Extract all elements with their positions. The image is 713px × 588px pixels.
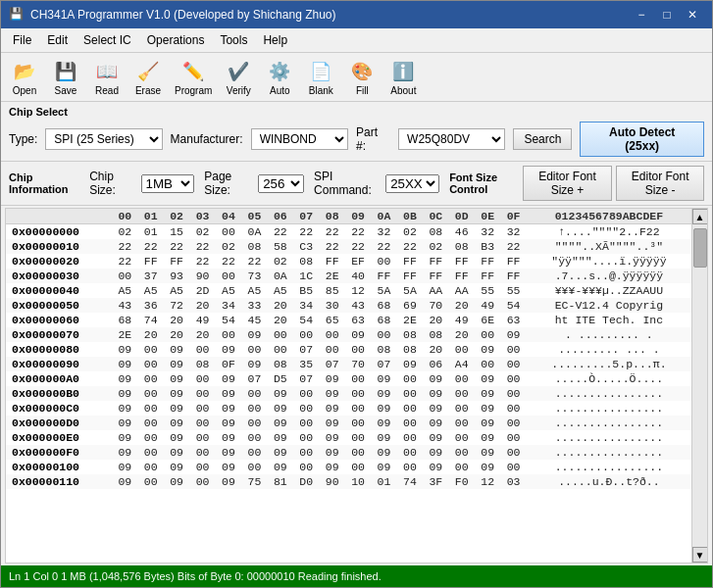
hex-byte[interactable]: C3 [293,239,319,254]
hex-byte[interactable]: 90 [319,474,344,489]
hex-byte[interactable]: 00 [293,327,319,342]
hex-byte[interactable]: 00 [345,416,371,430]
hex-byte[interactable]: 00 [293,416,319,430]
hex-byte[interactable]: 20 [423,313,448,327]
hex-byte[interactable]: 09 [216,445,241,460]
hex-byte[interactable]: 00 [397,371,423,386]
hex-byte[interactable]: 00 [500,386,526,401]
hex-byte[interactable]: 75 [241,474,267,489]
hex-byte[interactable]: 93 [164,269,189,283]
hex-byte[interactable]: 02 [112,224,137,240]
hex-byte[interactable]: 02 [268,254,293,269]
hex-byte[interactable]: 02 [189,224,215,240]
hex-byte[interactable]: 00 [371,254,396,269]
hex-byte[interactable]: 00 [112,269,137,283]
hex-byte[interactable]: 68 [371,313,396,327]
hex-byte[interactable]: 20 [189,327,215,342]
hex-byte[interactable]: 00 [345,371,371,386]
hex-byte[interactable]: FF [475,269,500,283]
hex-byte[interactable]: 54 [293,313,319,327]
hex-byte[interactable]: 01 [371,474,396,489]
hex-byte[interactable]: 20 [268,298,293,313]
hex-byte[interactable]: 22 [189,239,215,254]
menu-help[interactable]: Help [255,30,295,50]
hex-byte[interactable]: 00 [500,342,526,357]
hex-byte[interactable]: 09 [112,416,137,430]
hex-byte[interactable]: FF [423,254,448,269]
hex-byte[interactable]: 00 [345,445,371,460]
hex-byte[interactable]: 09 [475,445,500,460]
hex-byte[interactable]: 09 [475,430,500,445]
hex-byte[interactable]: 5A [397,283,423,298]
hex-byte[interactable]: 00 [449,386,475,401]
hex-byte[interactable]: 09 [216,371,241,386]
hex-byte[interactable]: 09 [475,371,500,386]
hex-byte[interactable]: B3 [475,239,500,254]
manufacturer-select[interactable]: WINBOND MACRONIX EON [251,128,348,150]
hex-byte[interactable]: 00 [268,342,293,357]
hex-byte[interactable]: 3F [423,474,448,489]
hex-byte[interactable]: A5 [268,283,293,298]
hex-byte[interactable]: 00 [138,386,164,401]
hex-byte[interactable]: 01 [138,224,164,240]
hex-byte[interactable]: 00 [189,474,215,489]
hex-byte[interactable]: 10 [345,474,371,489]
hex-byte[interactable]: 00 [138,342,164,357]
hex-byte[interactable]: 08 [449,239,475,254]
hex-byte[interactable]: 55 [500,283,526,298]
hex-byte[interactable]: 00 [449,430,475,445]
hex-byte[interactable]: 22 [189,254,215,269]
hex-byte[interactable]: 00 [138,430,164,445]
hex-byte[interactable]: 06 [423,357,448,371]
hex-byte[interactable]: 07 [293,342,319,357]
hex-byte[interactable]: 37 [138,269,164,283]
hex-byte[interactable]: 00 [345,430,371,445]
hex-byte[interactable]: 00 [268,327,293,342]
hex-byte[interactable]: FF [319,254,344,269]
hex-byte[interactable]: 07 [319,357,344,371]
hex-byte[interactable]: 20 [268,313,293,327]
hex-byte[interactable]: 00 [449,401,475,416]
hex-byte[interactable]: 00 [241,386,267,401]
type-select[interactable]: SPI (25 Series) SPI (24 Series) Other [45,128,162,150]
hex-byte[interactable]: 2E [319,269,344,283]
hex-byte[interactable]: 12 [475,474,500,489]
hex-byte[interactable]: 00 [397,386,423,401]
hex-byte[interactable]: 22 [268,224,293,240]
hex-byte[interactable]: 09 [112,357,137,371]
hex-byte[interactable]: 00 [345,401,371,416]
hex-byte[interactable]: 09 [423,416,448,430]
hex-byte[interactable]: 85 [319,283,344,298]
hex-byte[interactable]: D0 [293,474,319,489]
hex-byte[interactable]: 00 [138,445,164,460]
hex-byte[interactable]: 00 [345,386,371,401]
hex-byte[interactable]: 20 [164,327,189,342]
hex-byte[interactable]: 09 [112,401,137,416]
hex-byte[interactable]: 09 [112,430,137,445]
hex-byte[interactable]: 08 [293,254,319,269]
hex-byte[interactable]: 0F [216,357,241,371]
hex-byte[interactable]: 00 [293,401,319,416]
font-size-plus-button[interactable]: Editor Font Size + [523,166,613,201]
hex-byte[interactable]: 32 [500,224,526,240]
hex-byte[interactable]: 09 [319,386,344,401]
maximize-button[interactable]: □ [655,5,679,24]
hex-byte[interactable]: 09 [475,416,500,430]
hex-byte[interactable]: 34 [216,298,241,313]
hex-byte[interactable]: 22 [319,224,344,240]
hex-byte[interactable]: 00 [293,386,319,401]
hex-byte[interactable]: 00 [500,445,526,460]
hex-byte[interactable]: 08 [241,239,267,254]
hex-byte[interactable]: 08 [423,327,448,342]
hex-byte[interactable]: 54 [500,298,526,313]
hex-byte[interactable]: 00 [138,474,164,489]
hex-byte[interactable]: EF [345,254,371,269]
hex-byte[interactable]: 09 [371,445,396,460]
hex-byte[interactable]: 36 [138,298,164,313]
fill-button[interactable]: 🎨 Fill [342,55,382,99]
menu-edit[interactable]: Edit [39,30,76,50]
hex-byte[interactable]: 00 [189,460,215,474]
hex-byte[interactable]: 00 [293,430,319,445]
hex-byte[interactable]: 49 [475,298,500,313]
erase-button[interactable]: 🧹 Erase [128,55,168,99]
